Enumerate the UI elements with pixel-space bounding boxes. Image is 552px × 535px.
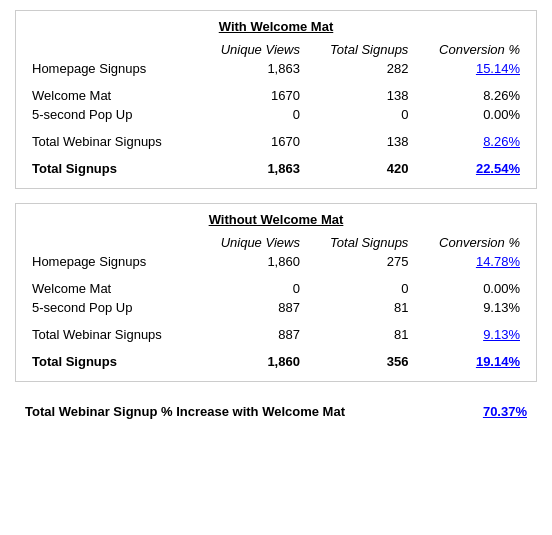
row-conversion: 8.26%: [414, 132, 526, 151]
row-total-signups: 0: [306, 279, 414, 298]
row-total-signups: 275: [306, 252, 414, 271]
table-row: Homepage Signups1,86027514.78%: [26, 252, 526, 271]
row-label: Homepage Signups: [26, 59, 196, 78]
table-row: Total Webinar Signups887819.13%: [26, 325, 526, 344]
row-unique-views: 1,860: [196, 252, 306, 271]
table1-col-unique-views: Unique Views: [196, 40, 306, 59]
table-row: Total Signups1,86342022.54%: [26, 159, 526, 178]
table-row: Total Webinar Signups16701388.26%: [26, 132, 526, 151]
row-label: Total Signups: [26, 352, 196, 371]
row-unique-views: 1,860: [196, 352, 306, 371]
bottom-label: Total Webinar Signup % Increase with Wel…: [25, 404, 345, 419]
table-row: 5-second Pop Up000.00%: [26, 105, 526, 124]
table-row: [26, 78, 526, 86]
row-conversion: 0.00%: [414, 105, 526, 124]
table1: Unique Views Total Signups Conversion % …: [26, 40, 526, 178]
row-label: Welcome Mat: [26, 279, 196, 298]
row-total-signups: 81: [306, 298, 414, 317]
row-total-signups: 0: [306, 105, 414, 124]
row-conversion: 22.54%: [414, 159, 526, 178]
row-unique-views: 887: [196, 325, 306, 344]
row-conversion: 9.13%: [414, 325, 526, 344]
table-row: [26, 151, 526, 159]
table1-col-conversion: Conversion %: [414, 40, 526, 59]
row-conversion: 19.14%: [414, 352, 526, 371]
table1-col-label: [26, 40, 196, 59]
table1-header-row: Unique Views Total Signups Conversion %: [26, 40, 526, 59]
table-row: [26, 317, 526, 325]
table2: Unique Views Total Signups Conversion % …: [26, 233, 526, 371]
row-unique-views: 1,863: [196, 159, 306, 178]
table-row: [26, 271, 526, 279]
row-conversion: 14.78%: [414, 252, 526, 271]
row-label: Total Webinar Signups: [26, 132, 196, 151]
row-conversion: 15.14%: [414, 59, 526, 78]
table2-col-label: [26, 233, 196, 252]
row-total-signups: 138: [306, 86, 414, 105]
table-row: 5-second Pop Up887819.13%: [26, 298, 526, 317]
row-conversion: 0.00%: [414, 279, 526, 298]
table-row: [26, 124, 526, 132]
table2-col-unique-views: Unique Views: [196, 233, 306, 252]
table-without-welcome-mat: Without Welcome Mat Unique Views Total S…: [15, 203, 537, 382]
table2-header-row: Unique Views Total Signups Conversion %: [26, 233, 526, 252]
row-total-signups: 356: [306, 352, 414, 371]
row-label: 5-second Pop Up: [26, 298, 196, 317]
table-row: [26, 344, 526, 352]
row-total-signups: 420: [306, 159, 414, 178]
row-unique-views: 1670: [196, 86, 306, 105]
bottom-row: Total Webinar Signup % Increase with Wel…: [25, 404, 527, 419]
row-unique-views: 1,863: [196, 59, 306, 78]
table-with-welcome-mat: With Welcome Mat Unique Views Total Sign…: [15, 10, 537, 189]
row-total-signups: 282: [306, 59, 414, 78]
row-conversion: 8.26%: [414, 86, 526, 105]
row-unique-views: 0: [196, 279, 306, 298]
table2-col-conversion: Conversion %: [414, 233, 526, 252]
table1-col-total-signups: Total Signups: [306, 40, 414, 59]
table1-title: With Welcome Mat: [26, 19, 526, 34]
row-unique-views: 0: [196, 105, 306, 124]
bottom-value: 70.37%: [483, 404, 527, 419]
bottom-section: Total Webinar Signup % Increase with Wel…: [15, 396, 537, 427]
table-row: Homepage Signups1,86328215.14%: [26, 59, 526, 78]
row-label: Welcome Mat: [26, 86, 196, 105]
row-label: 5-second Pop Up: [26, 105, 196, 124]
row-label: Homepage Signups: [26, 252, 196, 271]
row-total-signups: 138: [306, 132, 414, 151]
table2-title: Without Welcome Mat: [26, 212, 526, 227]
table-row: Welcome Mat000.00%: [26, 279, 526, 298]
row-unique-views: 1670: [196, 132, 306, 151]
row-conversion: 9.13%: [414, 298, 526, 317]
table2-col-total-signups: Total Signups: [306, 233, 414, 252]
row-total-signups: 81: [306, 325, 414, 344]
row-label: Total Signups: [26, 159, 196, 178]
table-row: Total Signups1,86035619.14%: [26, 352, 526, 371]
row-label: Total Webinar Signups: [26, 325, 196, 344]
table-row: Welcome Mat16701388.26%: [26, 86, 526, 105]
row-unique-views: 887: [196, 298, 306, 317]
